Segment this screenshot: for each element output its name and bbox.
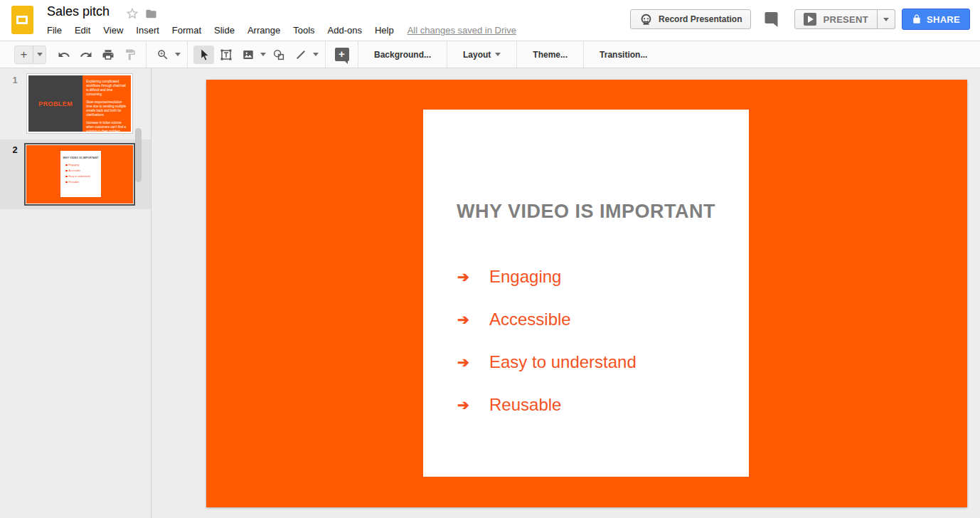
toolbar-divider xyxy=(325,41,326,68)
cursor-icon xyxy=(198,48,211,61)
slide-1-thumbnail[interactable]: PROBLEM Explaining complicated workflows… xyxy=(26,73,133,134)
bullet-square-icon xyxy=(65,181,68,184)
zoom-dropdown[interactable] xyxy=(174,46,182,64)
slide-2-bullet: Reusable xyxy=(69,181,80,184)
comment-history-icon[interactable] xyxy=(763,11,781,28)
arrow-bullet-icon: ➔ xyxy=(457,268,489,285)
slide-2-title: WHY VIDEO IS IMPORTANT xyxy=(60,157,101,159)
slide-title[interactable]: WHY VIDEO IS IMPORTANT xyxy=(423,201,749,223)
insert-comment-button[interactable]: + xyxy=(331,46,352,64)
main-area: 1 PROBLEM Explaining complicated workflo… xyxy=(0,68,980,518)
new-slide-button[interactable]: + xyxy=(15,46,33,63)
background-button[interactable]: Background... xyxy=(363,41,442,68)
zoom-icon xyxy=(156,48,169,61)
bullet-item: ➔Easy to understand xyxy=(457,341,637,384)
bullet-square-icon xyxy=(65,164,68,166)
slide-2-thumbnail[interactable]: WHY VIDEO IS IMPORTANT Engaging Accessib… xyxy=(24,143,135,206)
toolbar-divider xyxy=(583,41,584,68)
print-button[interactable] xyxy=(97,46,118,64)
add-comment-icon: + xyxy=(335,48,349,61)
insert-shape-button[interactable] xyxy=(268,46,289,64)
menu-edit[interactable]: Edit xyxy=(68,23,97,37)
insert-line-button[interactable] xyxy=(290,46,311,64)
toolbar-divider xyxy=(187,41,188,68)
slide-bullet-list[interactable]: ➔Engaging ➔Accessible ➔Easy to understan… xyxy=(457,255,637,426)
toolbar-divider xyxy=(358,41,358,68)
text-box-button[interactable] xyxy=(215,46,236,64)
slide-1-paragraph: Increase in ticket volume when customers… xyxy=(86,121,127,134)
layout-button[interactable]: Layout xyxy=(452,41,511,68)
menu-tools[interactable]: Tools xyxy=(287,23,321,37)
layout-label: Layout xyxy=(463,50,491,60)
star-icon[interactable] xyxy=(125,6,139,21)
text-box-icon xyxy=(220,48,233,61)
menu-arrange[interactable]: Arrange xyxy=(241,23,287,37)
bullet-item: ➔Engaging xyxy=(457,255,637,298)
slide-1-number: 1 xyxy=(9,75,21,85)
bullet-text: Engaging xyxy=(489,267,561,287)
image-dropdown[interactable] xyxy=(259,46,267,64)
new-slide-button-group: + xyxy=(14,46,46,64)
insert-image-button[interactable] xyxy=(238,46,258,64)
record-presentation-button[interactable]: Record Presentation xyxy=(630,9,751,29)
slide-2-bullet: Easy to understand xyxy=(69,175,90,178)
undo-icon xyxy=(58,48,70,61)
filmstrip-row-1: 1 PROBLEM Explaining complicated workflo… xyxy=(0,73,151,134)
slide-canvas-area: WHY VIDEO IS IMPORTANT ➔Engaging ➔Access… xyxy=(152,68,980,518)
present-button-group: PRESENT xyxy=(794,9,895,29)
slide-2-number: 2 xyxy=(9,144,21,155)
present-button[interactable]: PRESENT xyxy=(794,9,878,29)
print-icon xyxy=(102,48,114,61)
line-icon xyxy=(294,48,307,61)
document-title[interactable]: Sales pitch xyxy=(47,4,110,19)
menu-addons[interactable]: Add-ons xyxy=(321,23,368,37)
transition-button[interactable]: Transition... xyxy=(589,41,658,68)
slide-2-white-box: WHY VIDEO IS IMPORTANT Engaging Accessib… xyxy=(60,151,101,197)
transition-label: Transition... xyxy=(600,50,647,60)
theme-button[interactable]: Theme... xyxy=(522,41,578,68)
slides-app-logo[interactable] xyxy=(11,6,33,34)
paint-format-button[interactable] xyxy=(119,46,140,64)
menu-help[interactable]: Help xyxy=(368,23,400,37)
bullet-item: ➔Accessible xyxy=(457,298,637,341)
menu-format[interactable]: Format xyxy=(166,23,208,37)
current-slide[interactable]: WHY VIDEO IS IMPORTANT ➔Engaging ➔Access… xyxy=(206,80,967,507)
slide-1-paragraph: Explaining complicated workflows through… xyxy=(86,80,127,97)
header-actions: Record Presentation PRESENT SHARE xyxy=(630,9,970,30)
select-tool-button[interactable] xyxy=(193,46,214,64)
menu-slide[interactable]: Slide xyxy=(208,23,241,37)
present-options-dropdown[interactable] xyxy=(878,9,895,29)
toolbar: + + Background... Layout Theme... Transi… xyxy=(0,41,980,68)
menu-insert[interactable]: Insert xyxy=(129,23,166,37)
slide-2-bullet: Engaging xyxy=(69,164,80,166)
slide-1-body-block: Explaining complicated workflows through… xyxy=(82,75,131,132)
save-status-link[interactable]: All changes saved in Drive xyxy=(408,25,516,36)
chevron-down-icon xyxy=(313,53,319,56)
paint-format-icon xyxy=(124,48,137,61)
bullet-text: Reusable xyxy=(489,395,561,415)
move-to-folder-icon[interactable] xyxy=(144,8,158,20)
bullet-text: Easy to understand xyxy=(489,352,637,372)
slide-content-box[interactable]: WHY VIDEO IS IMPORTANT ➔Engaging ➔Access… xyxy=(423,110,749,477)
webcam-icon xyxy=(639,13,653,26)
chevron-down-icon xyxy=(37,53,43,56)
menu-view[interactable]: View xyxy=(97,23,129,37)
chevron-down-icon xyxy=(260,53,266,56)
toolbar-divider xyxy=(146,41,147,68)
play-icon xyxy=(804,13,816,26)
slide-1-thumbnail-content: PROBLEM Explaining complicated workflows… xyxy=(28,75,131,132)
shape-icon xyxy=(272,48,285,61)
redo-button[interactable] xyxy=(75,46,96,64)
line-dropdown[interactable] xyxy=(311,46,320,64)
chevron-down-icon xyxy=(883,18,889,21)
zoom-button[interactable] xyxy=(152,46,173,64)
slide-1-title-block: PROBLEM xyxy=(28,75,82,132)
new-slide-dropdown[interactable] xyxy=(33,53,46,56)
undo-button[interactable] xyxy=(53,46,74,64)
slide-2-thumbnail-content: WHY VIDEO IS IMPORTANT Engaging Accessib… xyxy=(26,145,133,204)
slide-1-paragraph: Slow response/resolution time due to sen… xyxy=(86,100,127,117)
share-button[interactable]: SHARE xyxy=(902,9,970,30)
background-label: Background... xyxy=(374,50,431,60)
menu-file[interactable]: File xyxy=(46,23,68,37)
filmstrip-scrollbar[interactable] xyxy=(135,128,142,182)
